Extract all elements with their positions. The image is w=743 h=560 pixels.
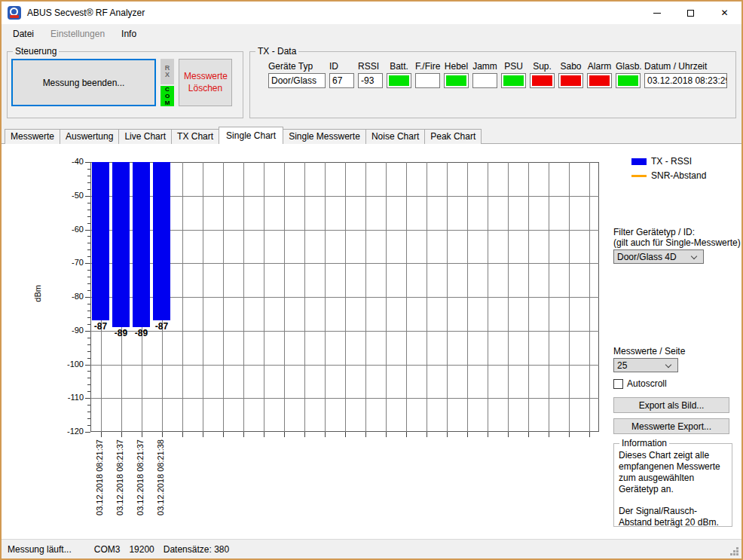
y-tick-label: -70 <box>55 258 84 267</box>
y-minor-tick <box>87 371 90 372</box>
autoscroll-checkbox[interactable]: Autoscroll <box>613 378 667 389</box>
y-major-tick <box>85 263 90 264</box>
x-tick <box>345 432 346 437</box>
tab-auswertung[interactable]: Auswertung <box>60 129 119 144</box>
x-tick <box>142 432 142 437</box>
information-paragraph: Der Signal/Rausch-Abstand beträgt 20 dBm… <box>619 506 727 528</box>
tx-status-box <box>472 73 497 88</box>
resize-grip[interactable] <box>736 553 738 555</box>
close-button[interactable]: ✕ <box>708 2 741 24</box>
x-tick <box>121 432 122 437</box>
y-tick-label: -50 <box>55 191 84 200</box>
export-image-button[interactable]: Export als Bild... <box>613 397 729 413</box>
tab-tx-chart[interactable]: TX Chart <box>171 129 219 144</box>
y-minor-tick <box>87 182 90 183</box>
y-minor-tick <box>87 223 90 224</box>
y-minor-tick <box>87 210 90 210</box>
app-window: ABUS Secvest® RF Analyzer ✕ DateiEinstel… <box>0 0 743 560</box>
legend-box-swatch <box>631 158 647 165</box>
x-tick <box>589 432 590 437</box>
y-major-tick <box>85 196 90 197</box>
tab-live-chart[interactable]: Live Chart <box>118 129 172 144</box>
y-minor-tick <box>87 249 90 250</box>
maximize-button[interactable] <box>674 2 708 24</box>
per-page-select[interactable]: 25 <box>613 358 678 372</box>
minimize-icon <box>653 13 661 14</box>
y-minor-tick <box>87 216 90 217</box>
export-data-button[interactable]: Messwerte Export... <box>613 418 729 434</box>
tx-field-label: Geräte Typ <box>268 61 326 72</box>
tx-status-box <box>558 73 583 88</box>
information-group: Information Dieses Chart zeigt alle empf… <box>613 438 732 527</box>
tab-peak-chart[interactable]: Peak Chart <box>424 129 482 144</box>
menu-item-datei[interactable]: Datei <box>5 26 42 42</box>
x-tick <box>101 432 102 437</box>
rssi-bar <box>112 162 130 327</box>
tab-page-single-chart: -40-50-60-70-80-90-100-110-120-8703.12.2… <box>2 143 741 539</box>
x-tick <box>406 432 407 437</box>
status-fill-green <box>618 75 638 86</box>
y-minor-tick <box>87 378 90 378</box>
tx-status-box <box>616 73 641 88</box>
x-tick <box>528 432 529 437</box>
x-tick <box>467 432 468 437</box>
toolbar-row: Steuerung Messung beenden... RX COM Mess… <box>2 43 741 118</box>
rssi-bar <box>153 162 170 320</box>
tx-field-hebel: Hebel <box>444 61 469 88</box>
x-gridline <box>243 162 244 432</box>
clear-measurements-button[interactable]: Messwerte Löschen <box>179 59 232 106</box>
tx-field-id: ID67 <box>329 61 354 88</box>
y-minor-tick <box>87 290 90 291</box>
x-gridline <box>488 162 488 432</box>
y-minor-tick <box>87 418 90 419</box>
y-minor-tick <box>87 169 90 170</box>
y-minor-tick <box>87 256 90 257</box>
legend-line-swatch <box>631 175 647 177</box>
legend-label: TX - RSSI <box>651 156 692 167</box>
rx-indicator: RX <box>161 59 174 84</box>
bar-value-label: -87 <box>147 321 177 332</box>
tx-field-value: -93 <box>358 73 383 88</box>
steuerung-group-title: Steuerung <box>13 46 59 57</box>
tx-field-value: 67 <box>329 73 354 88</box>
tx-field-label: Sabo <box>558 61 583 72</box>
tx-status-box <box>444 73 469 88</box>
x-tick <box>508 432 509 437</box>
x-gridline <box>427 162 427 432</box>
x-category-label: 03.12.2018 08:21:37 <box>95 439 104 516</box>
x-tick <box>304 432 305 437</box>
stop-measurement-button[interactable]: Messung beenden... <box>11 59 156 106</box>
x-gridline <box>386 162 387 432</box>
record-count: Datensätze: 380 <box>164 544 229 555</box>
x-gridline <box>447 162 448 432</box>
x-tick <box>223 432 224 437</box>
tab-single-chart[interactable]: Single Chart <box>219 127 283 144</box>
minimize-button[interactable] <box>640 2 674 24</box>
tab-messwerte[interactable]: Messwerte <box>5 129 60 144</box>
y-minor-tick <box>87 311 90 311</box>
x-gridline <box>325 162 326 432</box>
baud-rate: 19200 <box>129 544 154 555</box>
filter-device-value: Door/Glass 4D <box>617 252 677 262</box>
tx-field-label: Sup. <box>530 61 555 72</box>
tx-field-sup: Sup. <box>530 61 555 88</box>
status-fill-red <box>561 75 581 86</box>
tab-noise-chart[interactable]: Noise Chart <box>365 129 425 144</box>
menu-item-info[interactable]: Info <box>113 26 145 42</box>
tx-field-label: Glasb. <box>616 61 641 72</box>
y-minor-tick <box>87 189 90 190</box>
x-gridline <box>508 162 509 432</box>
tx-field-label: Jamm <box>472 61 497 72</box>
menubar: DateiEinstellungenInfo <box>2 24 741 43</box>
tx-status-box <box>387 73 411 88</box>
tx-field-alarm: Alarm <box>587 61 612 88</box>
maximize-icon <box>687 10 694 17</box>
tab-single-messwerte[interactable]: Single Messwerte <box>283 129 366 144</box>
tx-field-psu: PSU <box>501 61 526 88</box>
status-fill-white <box>417 75 438 86</box>
x-tick <box>386 432 387 437</box>
filter-device-select[interactable]: Door/Glass 4D <box>613 249 704 264</box>
autoscroll-label: Autoscroll <box>627 378 667 389</box>
status-bar: Messung läuft... COM3 19200 Datensätze: … <box>2 539 741 558</box>
x-gridline <box>345 162 346 432</box>
